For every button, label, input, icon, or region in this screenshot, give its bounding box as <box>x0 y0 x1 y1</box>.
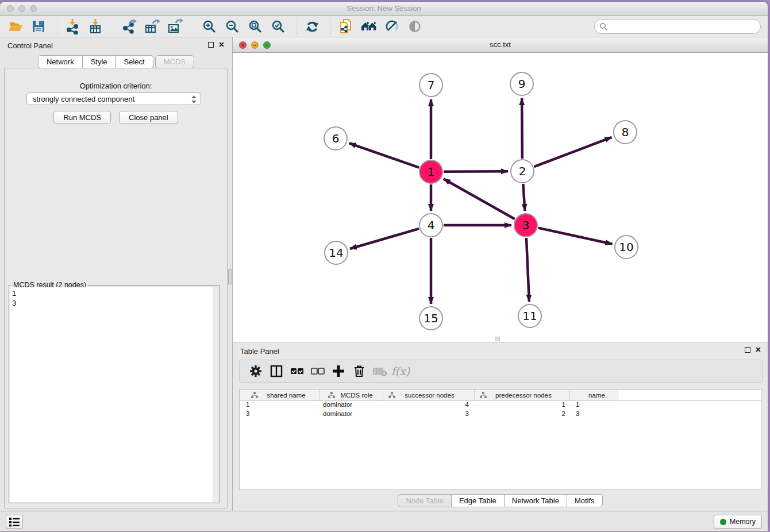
export-image-button[interactable] <box>165 18 185 35</box>
edge-1-2[interactable] <box>444 171 508 172</box>
table-cell[interactable]: 4 <box>383 401 475 410</box>
column-header-successor-nodes[interactable]: successor nodes <box>383 390 475 400</box>
tab-edge-table[interactable]: Edge Table <box>452 494 505 507</box>
apply-layout-button[interactable] <box>302 18 322 35</box>
houses-icon <box>360 19 378 34</box>
select-all-button[interactable] <box>287 363 307 380</box>
toolbar-separator <box>57 19 57 34</box>
network-canvas[interactable]: 7968124314101511 <box>233 53 768 342</box>
close-table-panel-icon[interactable]: × <box>756 346 761 353</box>
optimization-criterion-label: Optimization criterion: <box>5 82 227 90</box>
export-table-button[interactable] <box>143 18 162 35</box>
table-cell[interactable]: dominator <box>319 410 383 419</box>
unselect-all-button[interactable] <box>307 363 328 380</box>
search-input[interactable] <box>611 22 760 31</box>
column-header-name[interactable]: name <box>570 390 618 400</box>
column-header-predecessor-nodes[interactable]: predecessor nodes <box>475 390 570 400</box>
save-session-button[interactable] <box>29 18 48 35</box>
graph-node-11[interactable]: 11 <box>518 304 542 328</box>
hide-graphics-details-button[interactable] <box>382 18 402 35</box>
graph-node-14[interactable]: 14 <box>324 241 348 265</box>
close-panel-button[interactable]: Close panel <box>119 111 178 124</box>
table-cell[interactable]: 1 <box>570 401 618 410</box>
panel-divider-grip[interactable] <box>228 269 232 284</box>
memory-button[interactable]: Memory <box>714 515 762 529</box>
status-bar: Memory <box>0 511 768 531</box>
half-circle-icon <box>407 19 422 34</box>
table-options-button[interactable] <box>245 363 266 380</box>
graph-node-7[interactable]: 7 <box>419 73 443 97</box>
edge-1-6[interactable] <box>349 143 419 167</box>
criterion-select[interactable]: strongly connected component <box>26 92 201 105</box>
add-column-button[interactable] <box>328 363 349 380</box>
network-window-titlebar[interactable]: × – + scc.txt <box>233 37 768 53</box>
open-ndex-button[interactable] <box>359 18 379 35</box>
edge-3-1[interactable] <box>444 179 515 219</box>
run-mcds-button[interactable]: Run MCDS <box>53 111 111 124</box>
graph-node-2[interactable]: 2 <box>510 159 534 183</box>
select-arrows-icon <box>191 94 197 105</box>
table-cell[interactable]: 1 <box>240 401 319 410</box>
import-table-button[interactable] <box>86 18 105 35</box>
result-scrollbar[interactable] <box>213 287 218 502</box>
tab-network[interactable]: Network <box>38 55 83 68</box>
zoom-out-button[interactable] <box>222 18 242 35</box>
zoom-in-button[interactable] <box>199 18 219 35</box>
table-cell[interactable]: 3 <box>570 410 618 419</box>
open-session-button[interactable] <box>6 18 25 35</box>
table-cell[interactable]: dominator <box>319 401 383 410</box>
graph-node-8[interactable]: 8 <box>613 120 637 144</box>
table-row[interactable]: 3dominator323 <box>240 410 761 419</box>
graph-node-15[interactable]: 15 <box>419 306 443 330</box>
graph-node-3[interactable]: 3 <box>514 213 538 237</box>
delete-table-button[interactable] <box>369 363 390 380</box>
delete-columns-button[interactable] <box>349 363 369 380</box>
criterion-value: strongly connected component <box>33 95 134 103</box>
graph-node-9[interactable]: 9 <box>510 72 534 96</box>
float-panel-icon[interactable] <box>208 42 214 48</box>
node-table: shared name MCDS role successor nodes <box>239 389 761 490</box>
table-cell[interactable]: 1 <box>475 401 570 410</box>
tab-mcds[interactable]: MCDS <box>155 55 194 68</box>
tab-node-table[interactable]: Node Table <box>398 494 452 507</box>
import-network-button[interactable] <box>63 18 82 35</box>
mcds-result-group: MCDS result (2 nodes) 13 <box>9 285 220 503</box>
tab-network-table[interactable]: Network Table <box>505 494 567 507</box>
edge-2-8[interactable] <box>534 137 612 167</box>
edge-3-10[interactable] <box>538 228 612 244</box>
zoom-selected-button[interactable] <box>268 18 288 35</box>
table-row[interactable]: 1dominator411 <box>240 401 761 410</box>
table-panel-title: Table Panel <box>240 347 279 356</box>
tab-motifs[interactable]: Motifs <box>567 494 603 507</box>
show-column-button[interactable] <box>266 363 287 380</box>
float-table-panel-icon[interactable] <box>745 347 750 353</box>
graph-node-10[interactable]: 10 <box>614 235 638 259</box>
edge-3-11[interactable] <box>526 238 529 302</box>
canvas-resize-grip[interactable] <box>495 337 500 341</box>
graph-node-4[interactable]: 4 <box>419 213 443 237</box>
column-header-mcds-role[interactable]: MCDS role <box>319 390 383 400</box>
edge-4-14[interactable] <box>350 229 419 249</box>
zoom-fit-icon <box>248 19 263 34</box>
search-field[interactable] <box>594 19 761 34</box>
table-cell[interactable]: 3 <box>383 410 475 419</box>
graph-node-6[interactable]: 6 <box>324 126 348 151</box>
tab-select[interactable]: Select <box>116 55 153 68</box>
edge-2-9[interactable] <box>522 98 522 159</box>
toolbar-separator <box>114 19 114 34</box>
function-builder-button[interactable]: f(x) <box>390 363 411 380</box>
zoom-fit-button[interactable] <box>245 18 265 35</box>
export-network-button[interactable] <box>120 18 139 35</box>
close-panel-icon[interactable]: × <box>219 41 224 48</box>
tab-style[interactable]: Style <box>83 55 116 68</box>
show-graphics-details-button[interactable] <box>405 18 425 35</box>
table-cell[interactable]: 2 <box>475 410 570 419</box>
trash-icon <box>352 364 367 379</box>
task-history-button[interactable] <box>6 515 23 529</box>
clone-network-button[interactable] <box>336 18 356 35</box>
table-cell[interactable]: 3 <box>240 410 319 419</box>
edge-2-3[interactable] <box>523 184 525 211</box>
column-header-shared-name[interactable]: shared name <box>240 390 319 400</box>
graph-node-1[interactable]: 1 <box>419 160 443 184</box>
mcds-result-text[interactable]: 13 <box>10 287 218 502</box>
